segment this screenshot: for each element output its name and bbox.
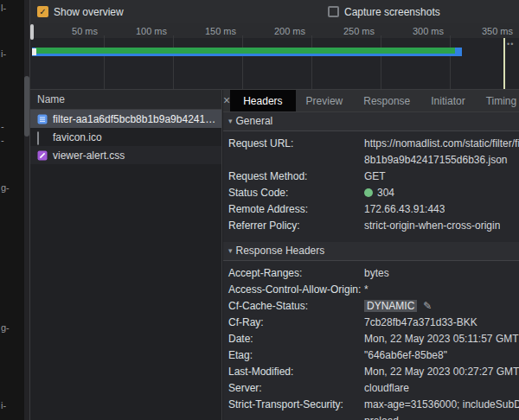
header-label: Request Method: <box>228 169 364 185</box>
request-row-favicon[interactable]: favicon.ico <box>30 128 221 146</box>
header-value: 304 <box>364 185 394 201</box>
header-value: DYNAMIC✎ <box>364 298 432 315</box>
time-tick-label: 150 ms <box>181 26 236 36</box>
response-headers-section-header[interactable]: ▾ Response Headers <box>223 242 519 261</box>
capture-screenshots-checkbox[interactable] <box>328 6 339 17</box>
header-value: https://nomadlist.com/static/filter/fil … <box>364 136 519 169</box>
overview-left-grip[interactable] <box>30 24 34 40</box>
sts-line2: preload <box>364 413 519 420</box>
request-bar-download-segment <box>35 48 455 54</box>
status-code-text: 304 <box>377 187 394 199</box>
header-value: Mon, 22 May 2023 05:11:57 GMT <box>364 331 519 347</box>
time-tick-label: 300 ms <box>388 26 444 36</box>
header-value: GET <box>364 169 386 185</box>
header-row-request-url: Request URL: https://nomadlist.com/stati… <box>228 136 519 169</box>
json-file-icon <box>37 114 48 124</box>
time-tick-label: 200 ms <box>250 26 305 36</box>
capture-screenshots-label[interactable]: Capture screenshots <box>344 6 440 18</box>
request-url-line1: https://nomadlist.com/static/filter/fil <box>364 136 519 152</box>
header-label: Accept-Ranges: <box>228 265 364 282</box>
tab-preview[interactable]: Preview <box>296 90 354 111</box>
header-row-accept-ranges: Accept-Ranges: bytes <box>228 265 519 282</box>
header-row-status-code: Status Code: 304 <box>228 185 519 201</box>
header-label: Date: <box>228 331 364 347</box>
time-tick-label: 50 ms <box>42 26 98 36</box>
tab-response[interactable]: Response <box>353 90 420 111</box>
time-tick-label: 100 ms <box>112 26 167 36</box>
page-text-fragment: g- <box>1 322 10 333</box>
show-overview-label[interactable]: Show overview <box>54 6 124 18</box>
page-text-fragment: - <box>1 135 4 145</box>
header-row-remote-address: Remote Address: 172.66.43.91:443 <box>228 201 519 218</box>
header-value: * <box>364 282 368 298</box>
header-row-last-modified: Last-Modified: Mon, 22 May 2023 00:27:27… <box>228 364 519 380</box>
header-value: Mon, 22 May 2023 00:27:27 GMT <box>364 364 519 380</box>
checkmark-icon: ✓ <box>39 7 46 16</box>
header-row-etag: Etag: "646ab6ef-85be8" <box>228 347 519 364</box>
grid-line <box>242 35 243 89</box>
grid-line <box>173 35 174 89</box>
cf-cache-status-value: DYNAMIC <box>364 300 417 312</box>
requests-list: Name filter-aa1a6df5bcb8b1b9a9b4241… fav… <box>30 90 222 420</box>
request-url-line2: 8b1b9a9b42417155d6b36.json <box>364 152 519 169</box>
requests-name-column-header[interactable]: Name <box>30 90 221 110</box>
header-label: Last-Modified: <box>228 364 364 380</box>
page-text-fragment: i- <box>1 48 6 59</box>
request-name: favicon.ico <box>53 131 102 143</box>
chevron-down-icon: ▾ <box>228 242 233 260</box>
time-tick-label: 250 ms <box>319 26 375 36</box>
request-details-pane: × Headers Preview Response Initiator Tim… <box>223 90 519 420</box>
header-label: Cf-Ray: <box>228 315 364 331</box>
devtools-network-panel: ✓ Show overview Capture screenshots 50 m… <box>29 0 519 420</box>
header-label: Strict-Transport-Security: <box>228 397 364 420</box>
header-value: 172.66.43.91:443 <box>364 201 445 218</box>
request-bar-start-cap <box>32 48 36 55</box>
close-icon[interactable]: × <box>223 90 230 111</box>
load-event-line <box>503 38 505 89</box>
request-row-filter-json[interactable]: filter-aa1a6df5bcb8b1b9a9b4241… <box>30 110 221 128</box>
grid-line <box>450 35 451 89</box>
section-title: General <box>236 112 273 130</box>
header-value: bytes <box>364 265 389 282</box>
request-row-viewer-alert-css[interactable]: viewer-alert.css <box>30 146 221 164</box>
event-dots-icon: •• <box>507 40 514 48</box>
header-row-date: Date: Mon, 22 May 2023 05:11:57 GMT <box>228 331 519 347</box>
header-label: Status Code: <box>228 185 364 201</box>
sts-line1: max-age=31536000; includeSubDo <box>364 397 519 413</box>
css-file-icon <box>37 150 48 161</box>
status-dot-icon <box>364 188 373 197</box>
header-row-server: Server: cloudflare <box>228 380 519 397</box>
page-text-fragment: g- <box>1 182 10 193</box>
generic-file-icon <box>37 132 48 143</box>
header-label: Remote Address: <box>228 201 364 218</box>
tab-initiator[interactable]: Initiator <box>420 90 475 111</box>
header-label: Referrer Policy: <box>228 218 364 234</box>
general-section-header[interactable]: ▾ General <box>223 112 519 131</box>
background-page-strip: l- i- - - g- g- i- <box>0 0 24 420</box>
header-row-cf-ray: Cf-Ray: 7cb28fb47a371d33-BKK <box>228 315 519 331</box>
network-options-toolbar: ✓ Show overview Capture screenshots <box>30 0 519 23</box>
header-value: 7cb28fb47a371d33-BKK <box>364 315 477 331</box>
header-label: Server: <box>228 380 364 397</box>
page-text-fragment: l- <box>1 3 6 13</box>
tab-timing[interactable]: Timing <box>476 90 519 111</box>
network-overview-timeline[interactable]: 50 ms 100 ms 150 ms 200 ms 250 ms 300 ms… <box>30 23 519 89</box>
request-name: viewer-alert.css <box>53 150 125 162</box>
section-title: Response Headers <box>236 242 325 260</box>
header-row-access-control-allow-origin: Access-Control-Allow-Origin: * <box>228 282 519 298</box>
network-main-split: Name filter-aa1a6df5bcb8b1b9a9b4241… fav… <box>30 89 519 420</box>
page-text-fragment: i- <box>1 400 6 410</box>
header-label: Access-Control-Allow-Origin: <box>228 282 364 298</box>
header-row-strict-transport-security: Strict-Transport-Security: max-age=31536… <box>228 397 519 420</box>
grid-line <box>104 35 105 89</box>
show-overview-checkbox[interactable]: ✓ <box>37 6 48 17</box>
header-label: Etag: <box>228 347 364 364</box>
general-section-rows: Request URL: https://nomadlist.com/stati… <box>223 131 519 234</box>
tab-headers[interactable]: Headers <box>230 90 295 111</box>
header-label: Cf-Cache-Status: <box>228 298 364 315</box>
edit-pencil-icon[interactable]: ✎ <box>423 300 432 312</box>
header-value: max-age=31536000; includeSubDo preload <box>364 397 519 420</box>
request-waterfall-bar[interactable] <box>32 48 462 56</box>
header-row-referrer-policy: Referrer Policy: strict-origin-when-cros… <box>228 218 519 234</box>
header-row-cf-cache-status: Cf-Cache-Status: DYNAMIC✎ <box>228 298 519 315</box>
